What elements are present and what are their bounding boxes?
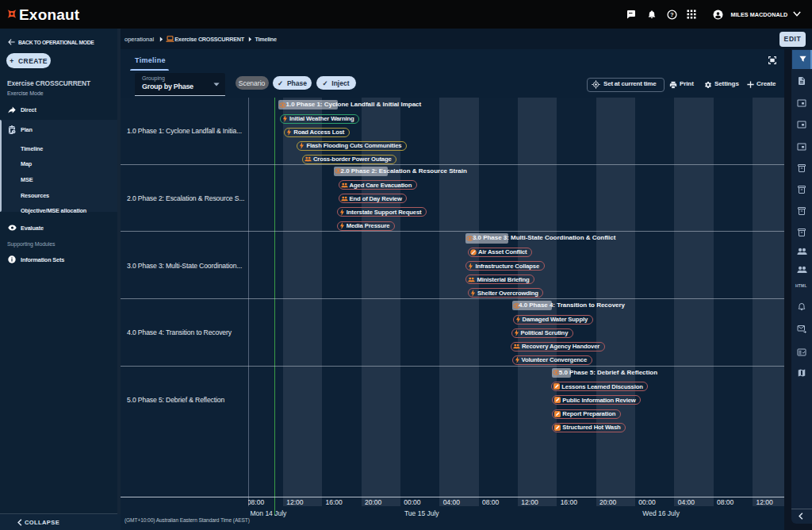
svg-text:?: ? [670, 12, 673, 17]
